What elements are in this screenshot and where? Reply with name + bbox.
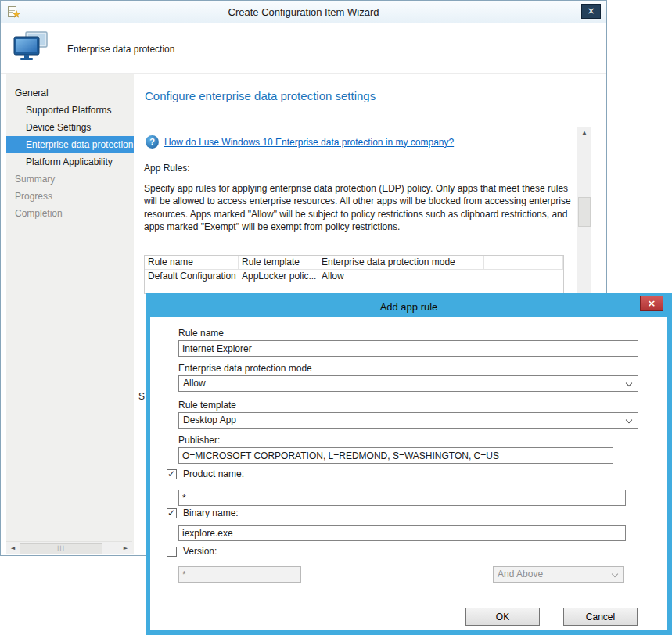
rule-name-label: Rule name: [178, 328, 224, 339]
rule-template-value: Desktop App: [183, 414, 236, 425]
column-header-spacer: [484, 256, 563, 269]
version-operator-dropdown: And Above: [493, 566, 624, 583]
edp-mode-value: Allow: [183, 378, 206, 389]
sidebar-item-platform-applicability[interactable]: Platform Applicability: [6, 153, 134, 170]
sidebar-item-summary: Summary: [6, 170, 134, 188]
cell-spacer: [484, 270, 563, 284]
page-title: Configure enterprise data protection set…: [145, 89, 376, 102]
rule-template-dropdown[interactable]: Desktop App: [178, 412, 638, 429]
binary-name-input[interactable]: [178, 525, 626, 541]
close-icon[interactable]: ×: [581, 4, 601, 19]
chevron-down-icon: [626, 380, 632, 386]
help-icon[interactable]: ?: [146, 135, 159, 149]
product-name-label[interactable]: Product name:: [183, 468, 244, 479]
rule-name-input[interactable]: [178, 340, 638, 357]
sidebar-item-general[interactable]: General: [6, 84, 134, 102]
scroll-up-icon[interactable]: ▲: [577, 127, 591, 140]
scroll-right-icon[interactable]: ►: [119, 542, 132, 554]
checkmark-icon: ✓: [167, 508, 175, 518]
publisher-input[interactable]: [178, 447, 613, 464]
binary-name-checkbox[interactable]: ✓: [167, 508, 177, 518]
sidebar-item-supported-platforms[interactable]: Supported Platforms: [6, 102, 134, 119]
column-header-edp-mode[interactable]: Enterprise data protection mode: [318, 256, 484, 269]
sidebar-item-completion: Completion: [6, 205, 134, 222]
cell-rule-name: Default Configuration ...: [145, 270, 239, 284]
dialog-body: Rule name Enterprise data protection mod…: [150, 317, 667, 630]
version-checkbox[interactable]: [167, 547, 177, 557]
help-row: ? How do I use Windows 10 Enterprise dat…: [146, 135, 454, 149]
table-header-row: Rule name Rule template Enterprise data …: [145, 256, 563, 270]
column-header-rule-name[interactable]: Rule name: [145, 256, 239, 269]
edp-mode-dropdown[interactable]: Allow: [178, 375, 638, 392]
computer-icon: [13, 31, 50, 69]
chevron-down-icon: [626, 417, 632, 423]
scrollbar-grip-icon: |||: [57, 545, 65, 551]
edp-mode-label: Enterprise data protection mode: [178, 363, 312, 374]
sidebar-item-progress: Progress: [6, 188, 134, 205]
checkmark-icon: ✓: [167, 468, 175, 479]
sidebar-item-enterprise-data-protection[interactable]: Enterprise data protection: [6, 136, 134, 153]
version-operator-value: And Above: [498, 569, 543, 579]
occluded-text-fragment: S: [138, 391, 145, 402]
dialog-title: Add app rule: [150, 301, 667, 313]
table-row[interactable]: Default Configuration ... AppLocker poli…: [145, 270, 563, 284]
horizontal-scrollbar-track[interactable]: [102, 542, 119, 554]
version-input: [178, 566, 301, 583]
app-rules-table: Rule name Rule template Enterprise data …: [144, 255, 564, 294]
product-name-checkbox[interactable]: ✓: [167, 469, 177, 479]
product-name-input[interactable]: [178, 490, 626, 506]
binary-name-label[interactable]: Binary name:: [183, 508, 239, 518]
rule-template-label: Rule template: [178, 400, 236, 411]
window-title: Create Configuration Item Wizard: [1, 6, 606, 18]
add-app-rule-dialog: Add app rule × Rule name Enterprise data…: [146, 293, 672, 635]
sidebar-horizontal-scrollbar[interactable]: ◄ ||| ►: [6, 541, 132, 554]
cell-rule-template: AppLocker polic...: [239, 270, 318, 284]
app-rules-description: Specify app rules for applying enterpris…: [144, 182, 578, 233]
app-rules-label: App Rules:: [144, 163, 190, 174]
version-row: Version:: [167, 546, 217, 557]
horizontal-scrollbar-thumb[interactable]: |||: [20, 543, 102, 554]
wizard-page-label: Enterprise data protection: [67, 44, 174, 55]
cancel-button[interactable]: Cancel: [563, 608, 638, 626]
dialog-close-icon[interactable]: ×: [640, 296, 663, 311]
help-link[interactable]: How do I use Windows 10 Enterprise data …: [164, 137, 454, 148]
wizard-step-sidebar: General Supported Platforms Device Setti…: [6, 74, 134, 554]
cell-edp-mode: Allow: [318, 270, 484, 284]
ok-button[interactable]: OK: [465, 608, 540, 626]
binary-name-row: ✓ Binary name:: [167, 508, 239, 518]
dialog-titlebar[interactable]: Add app rule: [150, 298, 667, 317]
column-header-rule-template[interactable]: Rule template: [239, 256, 318, 269]
wizard-header: Enterprise data protection: [1, 23, 606, 74]
product-name-row: ✓ Product name:: [167, 468, 244, 479]
version-label[interactable]: Version:: [183, 546, 217, 557]
sidebar-item-device-settings[interactable]: Device Settings: [6, 119, 134, 136]
wizard-titlebar[interactable]: Create Configuration Item Wizard ×: [1, 1, 606, 23]
publisher-label: Publisher:: [178, 435, 220, 446]
vertical-scrollbar-thumb[interactable]: [578, 197, 591, 227]
scroll-left-icon[interactable]: ◄: [6, 542, 20, 554]
chevron-down-icon: [612, 571, 618, 577]
